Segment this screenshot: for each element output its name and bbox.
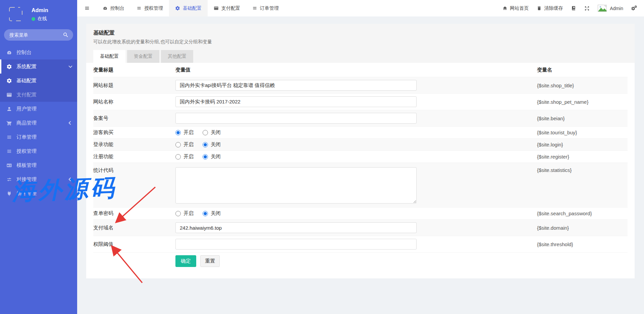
tab-label: 控制台 bbox=[110, 5, 124, 11]
variable-name: {$site.register} bbox=[537, 151, 628, 163]
clear-cache-button[interactable]: 清除缓存 bbox=[537, 5, 563, 11]
sidebar-item-plugin-management[interactable]: 插件管理 bbox=[0, 186, 77, 200]
table-row: 网站名称 {$site.shop_pet_name} bbox=[93, 94, 628, 110]
field-label: 网站名称 bbox=[93, 94, 175, 110]
sidebar-item-docking-management[interactable]: 对接管理 bbox=[0, 172, 77, 186]
col-header-value: 变量值 bbox=[175, 63, 537, 77]
statistics-code-textarea[interactable] bbox=[175, 167, 417, 204]
site-name-input[interactable] bbox=[175, 96, 417, 107]
variable-name: {$site.beian} bbox=[537, 110, 628, 127]
icp-number-input[interactable] bbox=[175, 113, 417, 124]
sidebar-toggle-button[interactable] bbox=[77, 0, 97, 16]
radio-option-on[interactable]: 开启 bbox=[175, 129, 194, 136]
col-header-title: 变量标题 bbox=[93, 63, 175, 77]
gauge-icon bbox=[6, 50, 12, 55]
config-table: 变量标题 变量值 变量名 网站标题 {$site.shop_title} bbox=[93, 63, 628, 270]
radio-on[interactable] bbox=[175, 154, 181, 160]
variable-name: {$site.tourist_buy} bbox=[537, 127, 628, 139]
radio-option-on[interactable]: 开启 bbox=[175, 153, 194, 160]
tab-label: 基础配置 bbox=[183, 5, 202, 11]
tab-basic-config[interactable]: 基础配置 bbox=[169, 0, 208, 16]
radio-option-off[interactable]: 关闭 bbox=[203, 141, 221, 148]
radio-option-on[interactable]: 开启 bbox=[175, 210, 194, 217]
site-title-input[interactable] bbox=[175, 80, 417, 91]
variable-name: {$site.login} bbox=[537, 139, 628, 151]
sidebar-item-label: 授权管理 bbox=[16, 148, 37, 154]
tab-funds[interactable]: 资金配置 bbox=[127, 50, 159, 63]
radio-option-off[interactable]: 关闭 bbox=[203, 129, 221, 136]
field-label: 支付域名 bbox=[93, 220, 175, 236]
sidebar-item-dashboard[interactable]: 控制台 bbox=[0, 45, 77, 59]
fullscreen-button[interactable] bbox=[584, 6, 590, 11]
gauge-icon bbox=[103, 6, 108, 11]
credit-card-icon bbox=[214, 6, 219, 11]
table-row: 权限阈值 {$site.threshold} bbox=[93, 236, 628, 253]
docs-language-button[interactable] bbox=[571, 6, 576, 11]
cogs-icon bbox=[631, 5, 637, 11]
user-status: 在线 bbox=[32, 16, 48, 22]
search-icon[interactable] bbox=[63, 32, 69, 38]
tab-dashboard[interactable]: 控制台 bbox=[97, 0, 130, 16]
login-radio-group: 开启 关闭 bbox=[175, 141, 537, 148]
radio-off[interactable] bbox=[203, 130, 208, 135]
table-row: 备案号 {$site.beian} bbox=[93, 110, 628, 127]
submit-button[interactable]: 确定 bbox=[175, 255, 196, 267]
admin-user-menu[interactable]: Admin bbox=[598, 5, 623, 12]
payment-domain-input[interactable] bbox=[175, 222, 417, 233]
reset-button[interactable]: 重置 bbox=[200, 255, 220, 267]
radio-off[interactable] bbox=[203, 142, 208, 147]
radio-option-on[interactable]: 开启 bbox=[175, 141, 194, 148]
sidebar-item-label: 基础配置 bbox=[16, 78, 37, 84]
threshold-input[interactable] bbox=[175, 239, 417, 250]
gear-icon bbox=[175, 6, 180, 11]
field-label: 游客购买 bbox=[93, 127, 175, 139]
tab-order-management[interactable]: 订单管理 bbox=[246, 0, 285, 16]
tab-auth-management[interactable]: 授权管理 bbox=[130, 0, 169, 16]
clear-cache-label: 清除缓存 bbox=[544, 5, 563, 11]
radio-label: 开启 bbox=[183, 129, 194, 136]
hamburger-icon bbox=[84, 5, 90, 11]
chevron-left-icon bbox=[68, 121, 72, 125]
radio-off[interactable] bbox=[203, 154, 208, 160]
sidebar-item-user-management[interactable]: 用户管理 bbox=[0, 102, 77, 116]
sidebar-menu: 控制台 系统配置 基础配置 支付配置 用户管理 商品管理 bbox=[0, 45, 77, 200]
sidebar-item-order-management[interactable]: 订单管理 bbox=[0, 130, 77, 144]
field-label: 备案号 bbox=[93, 110, 175, 127]
tab-other[interactable]: 其他配置 bbox=[161, 50, 193, 63]
sidebar-item-goods-management[interactable]: 商品管理 bbox=[0, 116, 77, 130]
home-icon bbox=[502, 6, 507, 11]
tab-basic[interactable]: 基础配置 bbox=[93, 50, 125, 63]
sidebar-item-label: 支付配置 bbox=[16, 92, 37, 98]
sidebar-item-basic-config[interactable]: 基础配置 bbox=[0, 74, 77, 88]
site-home-link[interactable]: 网站首页 bbox=[502, 5, 529, 11]
radio-option-off[interactable]: 关闭 bbox=[203, 153, 221, 160]
sidebar-item-payment-config[interactable]: 支付配置 bbox=[0, 88, 77, 102]
table-row: 游客购买 开启 关闭 bbox=[93, 127, 628, 139]
sidebar-item-label: 控制台 bbox=[16, 49, 32, 56]
variable-name: {$site.statistics} bbox=[537, 163, 628, 208]
gear-icon bbox=[6, 64, 12, 70]
tab-payment-config[interactable]: 支付配置 bbox=[208, 0, 246, 16]
sidebar-item-system-config[interactable]: 系统配置 bbox=[0, 59, 77, 74]
list-icon bbox=[6, 134, 12, 140]
radio-off[interactable] bbox=[203, 211, 208, 216]
sliders-icon bbox=[6, 177, 12, 182]
tourist-buy-radio-group: 开启 关闭 bbox=[175, 129, 537, 136]
sidebar-item-template-management[interactable]: 模板管理 bbox=[0, 158, 77, 172]
settings-menu-button[interactable] bbox=[631, 5, 637, 11]
table-header-row: 变量标题 变量值 变量名 bbox=[93, 63, 628, 77]
radio-on[interactable] bbox=[175, 142, 181, 147]
gear-icon bbox=[6, 78, 12, 84]
chevron-left-icon bbox=[68, 177, 72, 181]
list-icon bbox=[252, 6, 257, 11]
field-label: 权限阈值 bbox=[93, 236, 175, 253]
sidebar-item-auth-management[interactable]: 授权管理 bbox=[0, 144, 77, 158]
user-name: Admin bbox=[32, 7, 48, 13]
site-home-label: 网站首页 bbox=[510, 5, 529, 11]
radio-on[interactable] bbox=[175, 211, 181, 216]
radio-option-off[interactable]: 关闭 bbox=[203, 210, 221, 217]
list-icon bbox=[6, 148, 12, 154]
admin-username: Admin bbox=[610, 6, 623, 11]
topbar-right: 网站首页 清除缓存 bbox=[502, 0, 644, 16]
radio-on[interactable] bbox=[175, 130, 181, 135]
